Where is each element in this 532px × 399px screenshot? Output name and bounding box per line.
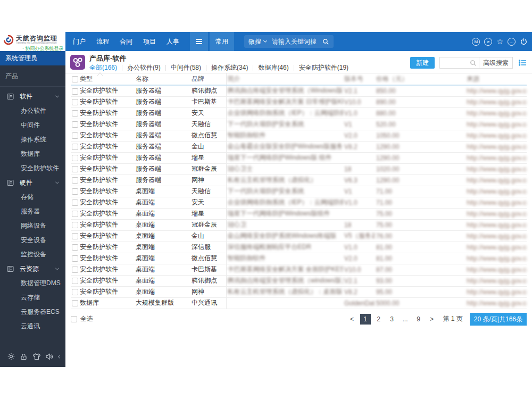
power-icon[interactable] [520,38,528,46]
row-checkbox[interactable] [72,244,78,251]
search-icon[interactable] [322,38,329,45]
page-button[interactable]: ... [400,314,411,325]
product-table-wrap: 类型名称品牌简介版本号价格（元）来源 安全防护软件服务器端腾讯御点腾讯御点终端安… [65,73,532,309]
favorites-star-icon[interactable]: ☆ [496,38,503,46]
tab-2[interactable]: 办公软件(9) [127,63,161,72]
nav-item[interactable]: 门户 [73,37,86,46]
m-badge-icon[interactable]: M [472,38,480,46]
page-button[interactable]: 2 [373,314,384,325]
cell-price: 880.00 [375,107,466,119]
sidebar-item[interactable]: 监控设备 [0,247,65,262]
sidebar-item[interactable]: 中间件 [0,118,65,132]
advanced-search-button[interactable]: 高级搜索 [479,57,512,68]
lock-icon[interactable] [20,353,28,361]
sidebar-item[interactable]: 服务器 [0,204,65,219]
pagination: <123...9>第 1 页20 条/页|共166条 [347,313,527,326]
row-checkbox[interactable] [72,121,78,128]
cell-version: V1 [343,119,375,130]
cell-type: 数据库 [79,297,135,309]
sound-icon[interactable] [45,353,54,361]
select-all-checkbox[interactable] [71,316,77,322]
main-content: 产品库-软件 全部(166)办公软件(9)中间件(58)操作系统(34)数据库(… [65,51,532,326]
row-checkbox[interactable] [72,99,78,105]
row-checkbox[interactable] [72,88,78,95]
row-checkbox-cell [71,242,79,253]
search-scope-dropdown[interactable]: 微搜 [248,37,261,46]
table-search-input[interactable] [440,58,468,68]
page-button[interactable]: 3 [387,314,397,325]
page-button[interactable]: 9 [413,314,424,325]
row-checkbox[interactable] [72,222,78,228]
row-checkbox[interactable] [72,278,78,284]
tab-1[interactable]: 全部(166) [89,63,117,72]
sidebar-item[interactable]: 安全设备 [0,233,65,247]
row-checkbox[interactable] [72,300,78,306]
table-search-icon[interactable] [470,60,477,66]
page-button[interactable]: 1 [360,314,371,325]
row-checkbox[interactable] [72,255,78,262]
row-checkbox[interactable] [72,144,78,150]
sidebar-item[interactable]: 网络设备 [0,219,65,233]
list-view-toggle-icon[interactable] [519,59,527,66]
category-tabs: 全部(166)办公软件(9)中间件(58)操作系统(34)数据库(46)安全防护… [89,63,348,72]
nav-item[interactable]: 合同 [120,37,132,46]
collapse-left-icon[interactable] [58,354,62,358]
cell-desc: 智能防御软件 [226,130,343,141]
cell-desc: 卡巴斯基网络安全解决方案 全面防护KESS（专用）+01. [226,264,343,275]
sidebar-item[interactable]: 云存储 [0,290,65,305]
nav-item[interactable]: 人事 [167,37,179,46]
sidebar-item[interactable]: 数据库 [0,147,65,161]
prev-page-button[interactable]: < [347,314,358,325]
table-row: 安全防护软件桌面端深信服深信服终端检测响应平台EDRV1.081.00http:… [71,242,527,253]
tab-3[interactable]: 中间件(58) [171,63,201,72]
cell-source: http://www.qyjg.gov.cn/xj/jg/ [466,208,527,219]
row-checkbox[interactable] [72,188,78,195]
sidebar-group-3[interactable]: 云资源 [0,262,65,276]
sidebar-item[interactable]: 安全防护软件 [0,161,65,176]
row-checkbox[interactable] [72,267,78,273]
cell-brand: 微点佰慧 [190,253,226,264]
new-button[interactable]: 新建 [410,57,435,69]
page-size-badge[interactable]: 20 条/页|共166条 [470,313,527,326]
cell-price: 81.00 [375,253,466,264]
cell-brand: 网神 [190,286,226,297]
table-row: 安全防护软件桌面端瑞星瑞星下一代网络防护Windows版组件75.00http:… [71,208,527,219]
sidebar-item[interactable]: 数据管理DMS [0,276,65,290]
row-checkbox[interactable] [72,289,78,295]
nav-favorites-button[interactable]: 常用 [210,32,234,51]
header-select-checkbox[interactable] [72,76,78,82]
message-icon[interactable]: e [484,38,492,46]
next-page-button[interactable]: > [427,314,437,325]
row-checkbox[interactable] [72,166,78,172]
row-checkbox[interactable] [72,200,78,206]
tab-5[interactable]: 数据库(46) [258,63,288,72]
cell-version: V1.0 [343,242,375,253]
sidebar-item[interactable]: 操作系统 [0,132,65,147]
theme-icon[interactable] [32,353,41,361]
sidebar-item[interactable]: 云服务器ECS [0,305,65,319]
sidebar-item[interactable]: 存储 [0,190,65,204]
sidebar-item[interactable]: 云通讯 [0,319,65,334]
row-checkbox[interactable] [72,110,78,117]
cell-brand: 卡巴斯基 [190,96,226,107]
tab-6[interactable]: 安全防护软件(19) [299,63,348,72]
cell-name: 服务器端 [135,152,190,163]
sidebar-group-2[interactable]: 硬件 [0,176,65,190]
cell-version: V2.0 [343,253,375,264]
more-icon[interactable]: … [508,38,516,46]
sidebar-group-1[interactable]: 软件 [0,89,65,104]
cell-source: http://www.qyjg.gov.cn/xj/jg/ [466,264,527,275]
row-checkbox[interactable] [72,233,78,239]
sidebar-item[interactable]: 办公软件 [0,104,65,118]
global-search-input[interactable] [272,38,322,45]
row-checkbox[interactable] [72,177,78,184]
nav-item[interactable]: 项目 [143,37,156,46]
settings-icon[interactable] [7,352,15,361]
row-checkbox[interactable] [72,155,78,161]
row-checkbox[interactable] [72,132,78,139]
tab-4[interactable]: 操作系统(34) [211,63,248,72]
row-checkbox[interactable] [72,211,78,217]
sidebar-menu: 软件办公软件中间件操作系统数据库安全防护软件硬件存储服务器网络设备安全设备监控设… [0,89,65,334]
nav-item[interactable]: 流程 [96,37,109,46]
nav-menu-button[interactable] [190,32,208,51]
